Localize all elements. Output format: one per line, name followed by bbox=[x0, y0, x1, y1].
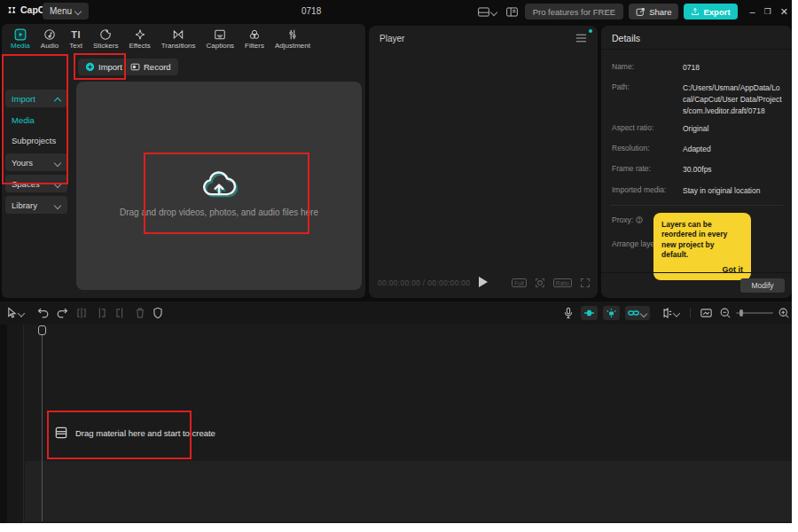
close-button[interactable]: ✕ bbox=[780, 6, 788, 18]
detail-value: C:/Users/Usman/AppData/Local/CapCut/User… bbox=[683, 82, 783, 116]
record-button[interactable]: Record bbox=[123, 59, 178, 75]
layout-switch-button[interactable] bbox=[476, 5, 499, 19]
play-button[interactable] bbox=[479, 277, 488, 287]
media-panel: Media Audio TI Text Stickers Effects Tra… bbox=[2, 24, 365, 298]
sidebar-item-spaces[interactable]: Spaces bbox=[5, 175, 67, 192]
panel-layout-button[interactable] bbox=[505, 5, 520, 19]
tab-label: Stickers bbox=[93, 42, 118, 50]
player-panel: Player 00:00:00:00 / 00:00:00:00 Full Ra… bbox=[369, 26, 598, 298]
delete-button[interactable] bbox=[135, 308, 145, 319]
tab-text[interactable]: TI Text bbox=[64, 27, 88, 51]
redo-button[interactable] bbox=[57, 308, 68, 318]
player-title: Player bbox=[379, 34, 404, 43]
ratio-selector[interactable]: Ratio bbox=[553, 278, 572, 287]
sidebar-item-subprojects[interactable]: Subprojects bbox=[12, 136, 56, 145]
undo-button[interactable] bbox=[37, 308, 49, 318]
timeline-area[interactable]: Drag material here and start to create bbox=[0, 325, 792, 523]
asset-tabstrip: Media Audio TI Text Stickers Effects Tra… bbox=[2, 24, 365, 55]
import-button-label: Import bbox=[98, 62, 122, 72]
chevron-down-icon bbox=[641, 310, 647, 317]
tab-label: Effects bbox=[129, 42, 150, 50]
sidebar-item-label: Spaces bbox=[12, 179, 55, 189]
export-button[interactable]: Export bbox=[684, 4, 737, 20]
zoom-out-button[interactable] bbox=[720, 308, 731, 318]
timeline-zoom-slider[interactable] bbox=[736, 312, 773, 314]
sidebar-item-import[interactable]: Import bbox=[5, 90, 67, 107]
tab-label: Captions bbox=[207, 42, 235, 50]
filters-icon bbox=[248, 27, 261, 41]
audio-icon bbox=[43, 27, 56, 41]
fullscreen-icon[interactable] bbox=[580, 278, 591, 288]
modify-button[interactable]: Modify bbox=[740, 278, 785, 293]
player-menu-icon[interactable] bbox=[575, 34, 587, 43]
tab-stickers[interactable]: Stickers bbox=[88, 27, 123, 51]
player-view-options: Full Ratio bbox=[512, 278, 591, 288]
timeline-drop-hint[interactable]: Drag material here and start to create bbox=[55, 426, 215, 439]
delete-left-button[interactable] bbox=[96, 308, 106, 319]
redo-icon bbox=[57, 308, 68, 318]
stickers-icon bbox=[99, 27, 112, 41]
snap-icon bbox=[606, 308, 617, 318]
quality-selector[interactable]: Full bbox=[512, 278, 526, 287]
sidebar-item-media[interactable]: Media bbox=[12, 115, 35, 125]
media-icon bbox=[14, 27, 27, 41]
delete-right-button[interactable] bbox=[115, 308, 126, 319]
timeline-toolbar bbox=[0, 301, 792, 325]
capcut-window: CapCut Menu 0718 Pro features for FREE S… bbox=[0, 0, 792, 523]
preview-axis-button[interactable] bbox=[661, 308, 680, 319]
media-dropzone[interactable]: Drag and drop videos, photos, and audio … bbox=[76, 82, 362, 290]
layout-icon bbox=[478, 7, 489, 17]
menu-button[interactable]: Menu bbox=[43, 3, 89, 20]
zoom-in-icon bbox=[778, 308, 789, 318]
menu-label: Menu bbox=[50, 6, 72, 16]
sidebar-item-yours[interactable]: Yours bbox=[5, 153, 67, 171]
detail-label: Aspect ratio: bbox=[612, 123, 683, 135]
pro-features-button[interactable]: Pro features for FREE bbox=[525, 4, 623, 20]
dropzone-hint: Drag and drop videos, photos, and audio … bbox=[76, 207, 362, 217]
play-icon bbox=[479, 277, 488, 287]
undo-icon bbox=[37, 308, 49, 318]
auto-snap-button[interactable] bbox=[603, 306, 620, 320]
tab-transitions[interactable]: Transitions bbox=[156, 27, 201, 51]
player-controls: 00:00:00:00 / 00:00:00:00 Full Ratio bbox=[369, 275, 598, 293]
microphone-icon bbox=[564, 308, 573, 319]
tab-adjustment[interactable]: Adjustment bbox=[270, 27, 316, 51]
zoom-out-icon bbox=[720, 308, 731, 318]
main-track-magnet-button[interactable] bbox=[581, 306, 598, 320]
split-button[interactable] bbox=[76, 308, 87, 319]
tab-captions[interactable]: Captions bbox=[201, 27, 240, 51]
capcut-logo-icon bbox=[7, 5, 17, 15]
detail-label: Resolution: bbox=[612, 144, 683, 155]
share-button[interactable]: Share bbox=[629, 4, 678, 20]
sidebar-item-library[interactable]: Library bbox=[5, 196, 67, 214]
details-row-path: Path: C:/Users/Usman/AppData/Local/CapCu… bbox=[612, 82, 783, 116]
tab-media[interactable]: Media bbox=[5, 27, 35, 51]
export-icon bbox=[691, 7, 700, 16]
track-header-gutter bbox=[0, 325, 7, 523]
tab-filters[interactable]: Filters bbox=[239, 27, 270, 51]
zoom-slider-handle[interactable] bbox=[739, 309, 743, 317]
minimize-button[interactable]: – bbox=[750, 6, 755, 17]
zoom-in-button[interactable] bbox=[778, 308, 789, 318]
voiceover-button[interactable] bbox=[564, 308, 573, 319]
tab-label: Filters bbox=[245, 42, 264, 50]
detail-label: Name: bbox=[612, 62, 683, 74]
playhead-handle[interactable] bbox=[38, 325, 46, 335]
chevron-up-icon bbox=[55, 96, 61, 102]
captions-icon bbox=[214, 27, 226, 41]
auto-link-button[interactable] bbox=[625, 306, 650, 320]
info-icon[interactable] bbox=[636, 216, 643, 223]
mask-button[interactable] bbox=[153, 308, 163, 319]
focus-icon[interactable] bbox=[535, 278, 545, 288]
preview-axis-icon bbox=[661, 308, 672, 319]
details-panel: Details Name: 0718 Path: C:/Users/Usman/… bbox=[601, 26, 792, 298]
adjustment-icon bbox=[286, 27, 299, 41]
import-button[interactable]: Import bbox=[78, 59, 129, 75]
cover-button[interactable] bbox=[700, 308, 712, 318]
tab-audio[interactable]: Audio bbox=[35, 27, 64, 51]
chevron-down-icon bbox=[19, 310, 25, 317]
chevron-down-icon bbox=[491, 9, 497, 15]
maximize-button[interactable]: ❐ bbox=[764, 7, 771, 16]
select-tool-button[interactable] bbox=[7, 308, 25, 319]
tab-effects[interactable]: Effects bbox=[123, 27, 155, 51]
